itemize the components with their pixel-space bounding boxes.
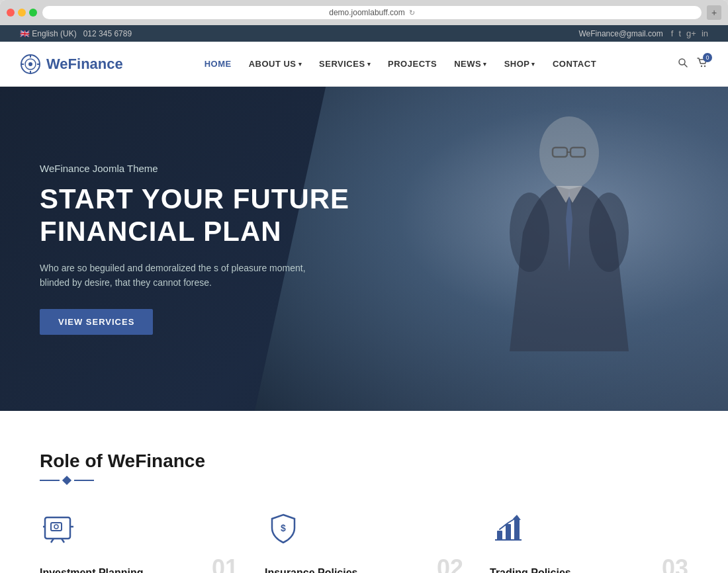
section-title: Role of WeFinance: [40, 451, 688, 472]
hero-title: START YOUR FUTURE FINANCIAL PLAN: [40, 183, 349, 247]
hero-description: Who are so beguiled and demoralized the …: [40, 261, 318, 290]
hero-section: WeFinance Joomla Theme START YOUR FUTURE…: [0, 87, 728, 411]
svg-point-9: [701, 65, 702, 66]
section-divider: [40, 477, 688, 484]
linkedin-icon[interactable]: in: [702, 28, 708, 38]
browser-window: demo.joomlabuff.com ↻ + 🇬🇧 English (UK) …: [0, 0, 728, 573]
dot-maximize[interactable]: [29, 9, 37, 17]
logo-text: WeFinance: [46, 56, 123, 73]
nav-links: HOME ABOUT US ▾ SERVICES ▾ PROJECTS NEWS…: [198, 54, 603, 74]
svg-point-17: [589, 193, 629, 272]
investment-header: Investment Planning 01: [40, 556, 238, 573]
insurance-title: Insurance Policies: [265, 567, 358, 573]
search-icon[interactable]: [678, 58, 688, 71]
nav-link-projects[interactable]: PROJECTS: [381, 54, 443, 74]
nav-link-aboutus[interactable]: ABOUT US ▾: [242, 54, 308, 74]
googleplus-icon[interactable]: g+: [686, 28, 696, 38]
facebook-icon[interactable]: f: [671, 28, 674, 38]
dot-close[interactable]: [7, 9, 15, 17]
refresh-icon[interactable]: ↻: [409, 9, 415, 17]
nav-link-shop[interactable]: SHOP ▾: [498, 54, 542, 74]
nav-item-news[interactable]: NEWS ▾: [447, 54, 494, 74]
trading-number: 03: [662, 556, 688, 573]
chart-icon: [492, 512, 525, 545]
hero-title-line1: START YOUR FUTURE: [40, 183, 349, 214]
services-dropdown-arrow: ▾: [367, 61, 371, 67]
feature-trading: Trading Policies 03 The Trading Policies…: [490, 510, 688, 573]
safe-icon: [42, 512, 75, 545]
insurance-number: 02: [437, 556, 463, 573]
content-section: Role of WeFinance: [0, 411, 728, 573]
svg-rect-19: [51, 523, 62, 531]
nav-icons: 0: [678, 57, 708, 71]
logo-icon: [20, 54, 41, 75]
investment-icon-box: [40, 510, 77, 547]
cart-badge: 0: [703, 53, 712, 62]
divider-line-right: [74, 480, 94, 481]
topbar-right: WeFinance@gmail.com f t g+ in: [578, 28, 708, 38]
twitter-icon[interactable]: t: [678, 28, 681, 38]
nav-item-projects[interactable]: PROJECTS: [381, 54, 443, 74]
nav-item-services[interactable]: SERVICES ▾: [312, 54, 377, 74]
svg-rect-29: [514, 519, 520, 540]
trading-icon-box: [490, 510, 527, 547]
nav-item-contact[interactable]: CONTACT: [546, 54, 603, 74]
dot-minimize[interactable]: [18, 9, 26, 17]
nav-link-news[interactable]: NEWS ▾: [447, 54, 494, 74]
shop-dropdown-arrow: ▾: [531, 61, 535, 67]
language-selector[interactable]: 🇬🇧 English (UK): [20, 29, 77, 38]
nav-item-aboutus[interactable]: ABOUT US ▾: [242, 54, 308, 74]
nav-link-contact[interactable]: CONTACT: [546, 54, 603, 74]
url-text: demo.joomlabuff.com: [329, 8, 405, 17]
view-services-button[interactable]: VIEW SERVICES: [40, 309, 153, 335]
logo-area[interactable]: WeFinance: [20, 54, 123, 75]
features-grid: Investment Planning 01 To invest is to a…: [40, 510, 688, 573]
investment-number: 01: [212, 556, 238, 573]
social-icons: f t g+ in: [671, 28, 708, 38]
divider-diamond: [62, 476, 71, 485]
svg-point-16: [510, 193, 549, 272]
nav-link-home[interactable]: HOME: [198, 54, 238, 74]
new-tab-button[interactable]: +: [707, 5, 721, 20]
trading-header: Trading Policies 03: [490, 556, 688, 573]
browser-chrome: demo.joomlabuff.com ↻ +: [0, 0, 728, 25]
divider-line-left: [40, 480, 60, 481]
cart-icon[interactable]: 0: [696, 57, 708, 71]
feature-insurance: $ Insurance Policies 02 WeFinance Insura…: [265, 510, 463, 573]
svg-point-10: [704, 65, 705, 66]
address-bar[interactable]: demo.joomlabuff.com ↻: [42, 6, 702, 19]
svg-point-20: [54, 525, 58, 529]
top-bar: 🇬🇧 English (UK) 012 345 6789 WeFinance@g…: [0, 25, 728, 42]
news-dropdown-arrow: ▾: [483, 61, 487, 67]
insurance-header: Insurance Policies 02: [265, 556, 463, 573]
hero-title-line2: FINANCIAL PLAN: [40, 216, 282, 247]
svg-text:$: $: [281, 523, 286, 533]
navbar: WeFinance HOME ABOUT US ▾ SERVICES ▾ PRO…: [0, 42, 728, 87]
aboutus-dropdown-arrow: ▾: [298, 61, 302, 67]
svg-rect-27: [497, 531, 502, 540]
logo-finance: Finance: [68, 56, 123, 72]
svg-point-2: [28, 62, 32, 66]
phone-number: 012 345 6789: [83, 29, 132, 38]
shield-icon: $: [267, 512, 300, 545]
nav-link-services[interactable]: SERVICES ▾: [312, 54, 377, 74]
logo-we: We: [46, 56, 68, 72]
nav-item-shop[interactable]: SHOP ▾: [498, 54, 542, 74]
trading-title: Trading Policies: [490, 567, 571, 573]
insurance-icon-box: $: [265, 510, 302, 547]
hero-subtitle: WeFinance Joomla Theme: [40, 163, 349, 174]
email-link[interactable]: WeFinance@gmail.com: [578, 29, 662, 38]
svg-rect-28: [506, 524, 511, 540]
hero-content: WeFinance Joomla Theme START YOUR FUTURE…: [0, 163, 389, 334]
investment-title: Investment Planning: [40, 567, 143, 573]
svg-line-8: [684, 64, 687, 67]
browser-dots: [7, 9, 37, 17]
hero-person: [424, 100, 675, 404]
feature-investment: Investment Planning 01 To invest is to a…: [40, 510, 238, 573]
nav-item-home[interactable]: HOME: [198, 54, 238, 74]
topbar-left: 🇬🇧 English (UK) 012 345 6789: [20, 29, 132, 38]
